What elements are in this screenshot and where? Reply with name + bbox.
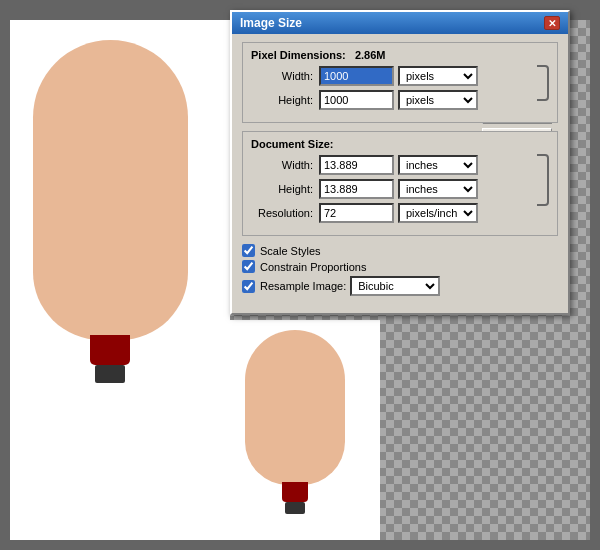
pixel-width-row: Width: pixels percent — [251, 66, 549, 86]
bag-body-small — [245, 330, 345, 485]
doc-height-row: Height: inches cm mm — [251, 179, 549, 199]
doc-height-label: Height: — [251, 183, 319, 195]
bag-bottom-large — [90, 335, 130, 365]
constrain-proportions-label: Constrain Proportions — [260, 261, 366, 273]
pixel-height-label: Height: — [251, 94, 319, 106]
constrain-proportions-checkbox[interactable] — [242, 260, 255, 273]
dialog-wrapper: OK Cancel Auto... Pixel Dimensions: — [242, 42, 558, 303]
doc-height-input[interactable] — [319, 179, 394, 199]
doc-width-row: Width: inches cm mm pixels — [251, 155, 549, 175]
shape-right — [240, 330, 350, 530]
canvas-area: Image Size ✕ OK Cancel — [0, 0, 600, 550]
options-section: Scale Styles Constrain Proportions Resam… — [242, 244, 558, 303]
bag-bottom-small — [282, 482, 308, 502]
doc-height-unit-select[interactable]: inches cm mm — [398, 179, 478, 199]
constrain-proportions-row: Constrain Proportions — [242, 260, 558, 273]
pixel-width-unit-select[interactable]: pixels percent — [398, 66, 478, 86]
dialog-overlay: Image Size ✕ OK Cancel — [230, 10, 570, 350]
resample-label: Resample Image: — [260, 280, 346, 292]
pixel-width-label: Width: — [251, 70, 319, 82]
doc-resolution-input[interactable] — [319, 203, 394, 223]
resample-checkbox[interactable] — [242, 280, 255, 293]
close-button[interactable]: ✕ — [544, 16, 560, 30]
doc-width-input[interactable] — [319, 155, 394, 175]
pixel-size-value: 2.86M — [355, 49, 386, 61]
dialog-body: OK Cancel Auto... Pixel Dimensions: — [232, 34, 568, 313]
pixel-height-unit-select[interactable]: pixels percent — [398, 90, 478, 110]
document-size-section: Document Size: Width: inches cm mm pixel… — [242, 131, 558, 236]
dialog-titlebar: Image Size ✕ — [232, 12, 568, 34]
doc-width-unit-select[interactable]: inches cm mm pixels — [398, 155, 478, 175]
bag-body-large — [33, 40, 188, 340]
shape-left — [30, 40, 190, 390]
document-size-header: Document Size: — [251, 138, 549, 150]
dialog-title: Image Size — [240, 16, 302, 30]
resample-row: Resample Image: Bicubic Bilinear Nearest… — [242, 276, 558, 296]
scale-styles-label: Scale Styles — [260, 245, 321, 257]
scale-styles-row: Scale Styles — [242, 244, 558, 257]
pixel-height-input[interactable] — [319, 90, 394, 110]
doc-width-label: Width: — [251, 159, 319, 171]
resample-method-select[interactable]: Bicubic Bilinear Nearest Neighbor — [350, 276, 440, 296]
doc-resolution-row: Resolution: pixels/inch pixels/cm — [251, 203, 549, 223]
pixel-height-row: Height: pixels percent — [251, 90, 549, 110]
doc-link-bracket — [537, 154, 549, 206]
doc-resolution-label: Resolution: — [251, 207, 319, 219]
scale-styles-checkbox[interactable] — [242, 244, 255, 257]
doc-resolution-unit-select[interactable]: pixels/inch pixels/cm — [398, 203, 478, 223]
image-size-dialog: Image Size ✕ OK Cancel — [230, 10, 570, 315]
bag-clip-small — [285, 502, 305, 514]
pixel-link-bracket — [537, 65, 549, 101]
pixel-width-input[interactable] — [319, 66, 394, 86]
bag-clip-large — [95, 365, 125, 383]
pixel-dimensions-header: Pixel Dimensions: 2.86M — [251, 49, 549, 61]
pixel-dimensions-section: Pixel Dimensions: 2.86M Width: pixels pe… — [242, 42, 558, 123]
